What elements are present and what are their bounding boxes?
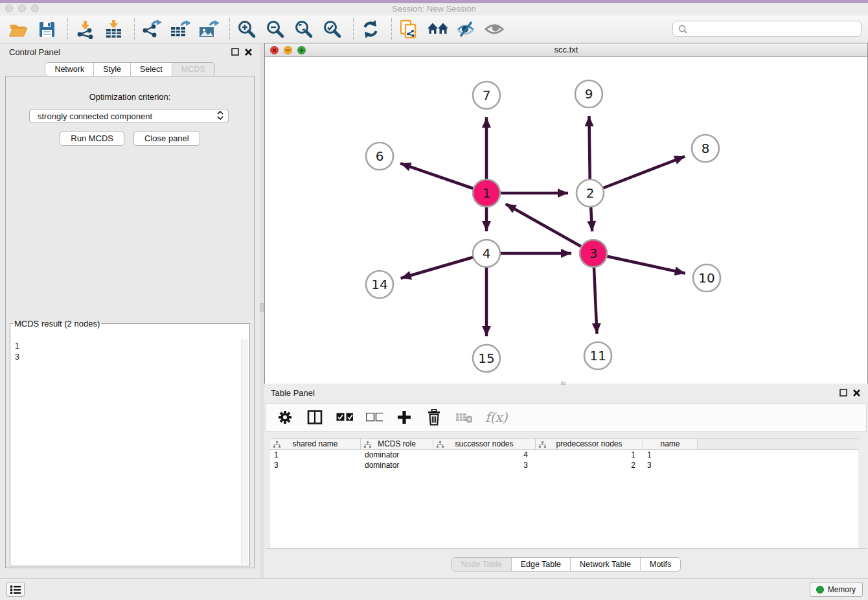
export-table-icon[interactable] [170,19,190,40]
table-panel-title: Table Panel [271,388,315,398]
graph-node-label-6: 6 [376,148,384,164]
cell-successor-nodes[interactable]: 3 [433,460,536,470]
create-column-icon[interactable] [396,409,413,426]
criterion-select[interactable]: strongly connected component [29,109,229,123]
float-panel-icon[interactable] [839,389,847,397]
toolbar-separator [134,18,135,40]
search-input[interactable] [688,25,861,34]
cell-mcds-role[interactable]: dominator [361,460,433,470]
table-tabs: Node Table Edge Table Network Table Moti… [451,557,681,571]
table-row[interactable]: 3 dominator 3 2 3 [270,460,858,470]
vertical-splitter[interactable] [260,44,264,578]
save-session-icon[interactable] [36,19,57,40]
mcds-result-text[interactable]: 1 3 [12,340,240,564]
tab-select[interactable]: Select [130,63,172,76]
cell-predecessor-nodes[interactable]: 1 [536,450,643,460]
graph-node-label-14: 14 [371,277,387,292]
session-title: Session: New Session [0,3,868,15]
task-history-button[interactable] [6,582,25,597]
status-bar: Memory [0,578,868,600]
criterion-value: strongly connected component [38,111,152,121]
zoom-out-icon[interactable] [265,19,286,40]
unselect-all-columns-icon[interactable] [366,409,383,426]
attribute-tree-icon [273,441,280,448]
list-icon [10,585,21,594]
select-all-columns-icon[interactable] [336,409,353,426]
first-neighbors-icon[interactable] [427,19,448,40]
zoom-selected-icon[interactable] [322,19,343,40]
open-session-icon[interactable] [8,19,29,40]
result-scrollbar[interactable] [241,340,248,564]
network-view-title: scc.txt [265,43,867,56]
export-network-icon[interactable] [141,19,162,40]
table-panel-footer: Node Table Edge Table Network Table Moti… [266,548,867,575]
close-window-icon[interactable] [5,5,13,12]
close-panel-icon[interactable] [853,389,860,397]
memory-status-icon [816,586,824,594]
network-from-selection-icon[interactable] [398,19,419,40]
close-panel-icon[interactable] [245,49,252,56]
search-icon [678,24,688,34]
cell-mcds-role[interactable]: dominator [361,450,433,460]
maximize-window-icon[interactable] [31,5,39,12]
cell-predecessor-nodes[interactable]: 2 [536,460,643,470]
import-table-icon[interactable] [103,19,124,40]
control-panel-tabs: Network Style Select MCDS [45,62,214,76]
graph-edge-3-1[interactable] [506,204,593,253]
cell-shared-name[interactable]: 3 [270,460,361,470]
column-header-successor-nodes[interactable]: successor nodes [433,439,536,449]
memory-button[interactable]: Memory [810,582,863,597]
column-header-shared-name[interactable]: shared name [270,439,361,449]
window-controls[interactable] [5,5,39,12]
toolbar-separator [229,18,230,40]
table-options-gear-icon[interactable] [277,409,293,426]
search-field[interactable] [672,21,862,37]
export-image-icon[interactable] [198,19,219,40]
zoom-in-icon[interactable] [236,19,257,40]
cell-successor-nodes[interactable]: 4 [433,450,536,460]
column-header-predecessor-nodes[interactable]: predecessor nodes [536,439,643,449]
maximize-view-icon[interactable] [297,46,306,54]
hide-selected-icon[interactable] [455,19,476,40]
zoom-fit-icon[interactable] [293,19,314,40]
function-builder-icon[interactable]: f(x) [485,410,507,425]
minimize-view-icon[interactable] [284,46,292,54]
delete-column-icon[interactable] [426,409,442,426]
delete-table-icon[interactable] [455,409,472,426]
show-column-icon[interactable] [306,409,323,426]
table-row[interactable]: 1 dominator 4 1 1 [270,450,858,460]
node-table: shared name MCDS role successor nodes pr… [270,438,858,548]
tab-mcds[interactable]: MCDS [172,63,214,76]
cell-name[interactable]: 3 [643,460,698,470]
close-panel-button[interactable]: Close panel [133,131,200,146]
graph-node-label-8: 8 [702,141,710,156]
tab-motifs[interactable]: Motifs [640,558,680,571]
tab-network[interactable]: Network [45,63,93,76]
main-toolbar [0,16,868,43]
tab-network-table[interactable]: Network Table [570,558,640,571]
close-view-icon[interactable] [270,46,279,54]
float-panel-icon[interactable] [231,48,239,56]
graph-node-label-1: 1 [483,185,491,201]
splitter-grip[interactable] [260,303,264,312]
column-header-mcds-role[interactable]: MCDS role [361,439,433,449]
graph-edge-2-8[interactable] [590,156,685,193]
memory-label: Memory [828,585,856,594]
column-header-name[interactable]: name [643,439,698,449]
refresh-icon[interactable] [360,19,381,40]
network-canvas[interactable]: 7968124314101511 [265,58,867,384]
tab-style[interactable]: Style [93,63,130,76]
run-mcds-button[interactable]: Run MCDS [60,131,124,146]
show-all-icon[interactable] [484,19,505,40]
app-titlebar: Session: New Session [0,3,868,16]
mcds-result-fieldset: MCDS result (2 nodes) 1 3 [10,319,250,566]
import-network-icon[interactable] [74,19,95,40]
select-stepper-icon [216,110,224,122]
cell-shared-name[interactable]: 1 [270,450,361,460]
network-window-titlebar[interactable]: scc.txt [265,43,867,57]
minimize-window-icon[interactable] [18,5,26,12]
tab-node-table[interactable]: Node Table [452,558,511,571]
control-panel-title: Control Panel [9,47,60,57]
tab-edge-table[interactable]: Edge Table [511,558,570,571]
cell-name[interactable]: 1 [643,450,698,460]
